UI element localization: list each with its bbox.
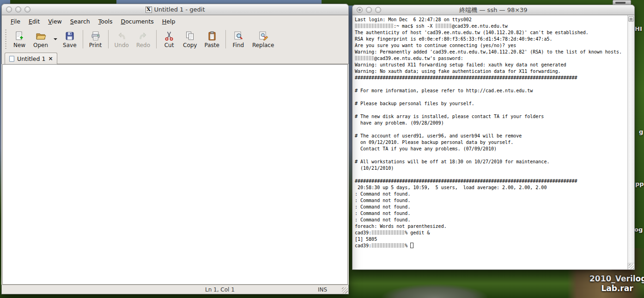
gedit-window-title: X Untitled 1 - gedit — [2, 6, 348, 13]
terminal-line: Contact TA if you have any problems. (07… — [355, 146, 627, 152]
gedit-title-text: Untitled 1 - gedit — [154, 6, 205, 13]
menu-help[interactable]: Help — [158, 16, 180, 27]
insert-mode-status: INS — [318, 286, 327, 293]
terminal-line: Warning: untrusted X11 forwarding setup … — [355, 62, 627, 68]
terminal-resize-grip[interactable] — [628, 263, 634, 269]
desktop-icon-label[interactable]: og — [634, 226, 643, 233]
zoom-button[interactable] — [375, 7, 381, 13]
toolbar-button-label: Copy — [183, 42, 197, 48]
terminal-scrollbar[interactable] — [627, 15, 634, 269]
terminal-line: RSA key fingerprint is e0:0e:ef:80:f3:65… — [355, 36, 627, 42]
gedit-statusbar: Ln 1, Col 1 INS — [1, 285, 349, 294]
terminal-line: cad39:% — [355, 243, 627, 249]
find-button[interactable]: Find — [228, 30, 249, 49]
terminal-titlebar[interactable]: 終端機 — ssh — 98×39 — [352, 5, 635, 15]
print-button[interactable]: Print — [85, 30, 106, 49]
cursor-position-status: Ln 1, Col 1 — [205, 286, 235, 293]
minimize-button[interactable] — [15, 6, 21, 12]
tab-untitled-1[interactable]: Untitled 1 × — [5, 53, 57, 64]
terminal-line: cad39:% gedit & — [355, 230, 627, 236]
document-icon — [9, 56, 14, 62]
cut-button[interactable]: Cut — [159, 30, 179, 49]
terminal-line: Last login: Mon Dec 6 22:47:28 on ttys00… — [355, 17, 627, 23]
terminal-line: [1] 5805 — [355, 236, 627, 243]
terminal-line: : Command not found. — [355, 217, 627, 223]
terminal-line — [355, 152, 627, 159]
open-folder-icon — [35, 30, 46, 42]
desktop-icon-label[interactable]: pp — [635, 180, 644, 187]
menu-tools[interactable]: Tools — [94, 16, 117, 27]
rar-file-label-line2: Lab.rar — [589, 284, 644, 293]
toolbar-button-label: Paste — [204, 42, 219, 48]
terminal-line — [355, 126, 627, 133]
terminal-line: ########################################… — [355, 178, 627, 185]
toolbar-separator — [108, 30, 109, 48]
terminal-window-controls — [357, 7, 381, 13]
toolbar-drag-handle[interactable] — [4, 30, 8, 49]
terminal-line: :~ mac$ ssh -X @cad39.ee.ntu.edu.tw — [355, 23, 627, 30]
cut-icon — [164, 30, 175, 42]
zoom-button[interactable] — [24, 6, 30, 12]
new-button[interactable]: New — [9, 30, 30, 49]
terminal-line: # Please backup personal files by yourse… — [355, 101, 627, 107]
close-button[interactable] — [357, 7, 363, 13]
print-icon — [90, 30, 101, 42]
close-button[interactable] — [6, 6, 12, 12]
menu-edit[interactable]: Edit — [24, 16, 44, 27]
terminal-line — [355, 107, 627, 113]
gedit-window-controls — [6, 6, 30, 12]
tab-label: Untitled 1 — [17, 55, 45, 62]
paste-button[interactable]: Paste — [200, 30, 223, 49]
menu-file[interactable]: File — [6, 16, 24, 27]
rar-file-label-line1: 2010_Verilog — [589, 274, 644, 284]
toolbar-button-label: Cut — [164, 42, 174, 48]
replace-icon — [258, 30, 269, 42]
rar-file-label[interactable]: 2010_Verilog Lab.rar — [589, 274, 644, 293]
gedit-window: X Untitled 1 - gedit FileEditViewSearchT… — [1, 4, 349, 294]
redacted-text — [371, 243, 405, 248]
terminal-line: # For more information, please refer to … — [355, 88, 627, 94]
terminal-line: on 09/12/2010. Please backup personal da… — [355, 139, 627, 146]
toolbar-separator — [83, 30, 83, 48]
chevron-down-icon[interactable] — [52, 37, 59, 41]
toolbar-button-label: Undo — [115, 42, 129, 48]
toolbar-button-label: Replace — [252, 42, 274, 48]
tab-close-icon[interactable]: × — [48, 56, 53, 61]
terminal-window-title: 終端機 — ssh — 98×39 — [352, 6, 634, 14]
terminal-line: ########################################… — [355, 75, 627, 81]
terminal-cursor — [410, 243, 413, 248]
terminal-line: : Command not found. — [355, 204, 627, 210]
terminal-line: foreach: Words not parenthesized. — [355, 223, 627, 230]
open-button[interactable]: Open — [30, 30, 52, 49]
terminal-window: 終端機 — ssh — 98×39 Last login: Mon Dec 6 … — [352, 5, 635, 270]
minimize-button[interactable] — [366, 7, 372, 13]
redacted-text — [355, 24, 394, 28]
copy-button[interactable]: Copy — [179, 30, 200, 49]
terminal-line — [355, 172, 627, 178]
redo-icon — [138, 30, 149, 42]
terminal-line: Warning: Permanently added 'cad39.ee.ntu… — [355, 49, 627, 55]
new-document-icon — [14, 30, 25, 42]
toolbar-separator — [156, 30, 157, 48]
menu-view[interactable]: View — [44, 16, 66, 27]
menu-documents[interactable]: Documents — [117, 16, 158, 27]
undo-button: Undo — [111, 30, 133, 49]
menu-search[interactable]: Search — [66, 16, 94, 27]
save-button[interactable]: Save — [59, 30, 80, 49]
terminal-body: Last login: Mon Dec 6 22:47:28 on ttys00… — [352, 15, 635, 270]
gedit-text-area[interactable] — [2, 64, 348, 285]
scrollbar-menu-icon[interactable] — [628, 16, 634, 22]
terminal-line: Warning: No xauth data; using fake authe… — [355, 68, 627, 75]
desktop-icon-label[interactable]: HI — [635, 25, 642, 32]
gedit-titlebar[interactable]: X Untitled 1 - gedit — [1, 4, 349, 15]
toolbar-button-label: Print — [89, 42, 102, 48]
desktop-icon-label[interactable]: g — [639, 128, 643, 135]
redo-button: Redo — [133, 30, 154, 49]
terminal-line — [355, 94, 627, 101]
redacted-text — [355, 56, 374, 60]
terminal-output[interactable]: Last login: Mon Dec 6 22:47:28 on ttys00… — [352, 15, 627, 269]
toolbar-separator — [225, 30, 226, 48]
gedit-resize-grip[interactable] — [342, 287, 348, 293]
terminal-line: : Command not found. — [355, 197, 627, 204]
replace-button[interactable]: Replace — [249, 30, 278, 49]
